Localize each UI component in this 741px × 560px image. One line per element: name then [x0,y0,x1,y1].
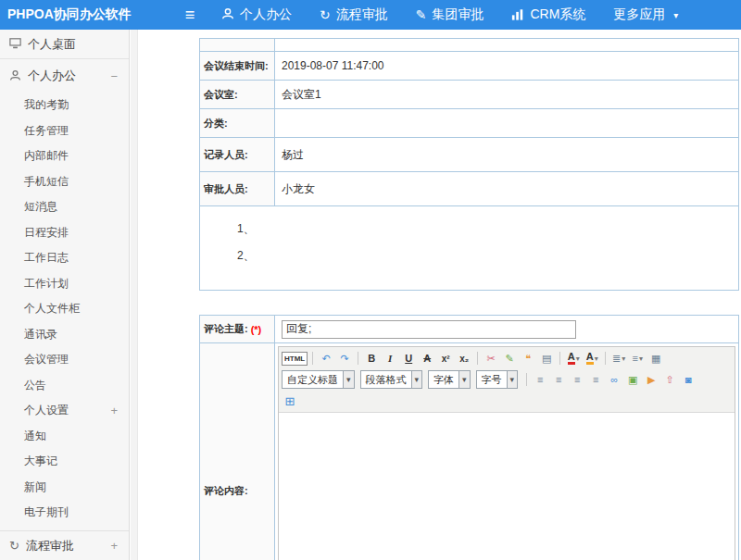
desktop-icon [9,38,21,51]
undo-icon[interactable]: ↶ [318,350,334,367]
italic-icon[interactable]: I [382,350,398,367]
content-area: 会议结束时间: 2019-08-07 11:47:00 会议室: 会议室1 分类… [138,30,741,560]
paste-plain-icon[interactable]: ▤ [538,350,555,367]
paragraph-format-select[interactable]: 段落格式 ▾ [360,370,423,389]
custom-heading-select[interactable]: 自定义标题 ▾ [282,370,355,389]
highlight-color-icon[interactable]: A▾ [584,350,600,367]
workflow-icon: ↻ [9,540,19,552]
sidebar-item-label: 短消息 [24,200,57,213]
caret-down-icon: ▾ [576,355,580,363]
sidebar-item-personal-desktop[interactable]: 个人桌面 [0,30,129,59]
comment-subject-input[interactable] [282,320,576,339]
sidebar-item-label: 会议管理 [24,353,69,366]
ordered-list-icon[interactable]: ≣▾ [610,350,627,367]
field-label: 分类: [204,117,228,131]
sidebar-item-sms[interactable]: 手机短信 [0,169,129,195]
form-value-cell: 小龙女 [275,172,739,205]
sidebar-item-milestones[interactable]: 大事记 [0,449,129,475]
toolbar-row-1: HTML ↶ ↷ B I U A x² x₂ ✂ [281,348,733,368]
caret-down-icon: ▾ [622,355,625,363]
sidebar-item-label: 我的考勤 [24,98,69,111]
image-icon[interactable]: ▣ [624,371,641,388]
expand-toggle[interactable]: + [110,398,118,424]
sidebar-item-notifications[interactable]: 通知 [0,424,129,450]
editor-content-area[interactable] [279,413,735,560]
sidebar-item-work-plan[interactable]: 工作计划 [0,271,129,297]
blockquote-icon[interactable]: ❝ [520,350,536,367]
html-source-button[interactable]: HTML [282,352,308,366]
nav-workflow-approval[interactable]: ↻ 流程审批 [306,0,402,30]
form-value-cell [275,316,739,342]
sidebar-item-label: 工作计划 [24,277,69,290]
sidebar-section-personal-office[interactable]: 个人办公 − [0,59,129,93]
align-left-icon[interactable]: ≡ [532,371,548,388]
sidebar-scrollbar-track[interactable] [131,30,138,560]
bold-icon[interactable]: B [363,350,380,367]
unordered-list-icon[interactable]: ≡▾ [629,350,646,367]
sidebar-item-tasks[interactable]: 任务管理 [0,118,129,144]
sidebar-section-workflow-approval[interactable]: ↻ 流程审批 + [0,530,129,560]
toolbar-separator [526,373,527,386]
sidebar-item-schedule[interactable]: 日程安排 [0,220,129,246]
nav-crm-system[interactable]: CRM系统 [497,0,599,30]
sidebar-section-label: 个人办公 [28,68,76,84]
save-icon[interactable]: ◙ [680,371,697,388]
subscript-icon[interactable]: x₂ [456,350,472,367]
form-label-cell: 评论内容: [200,343,275,560]
sidebar-item-news[interactable]: 新闻 [0,475,129,501]
font-color-glyph: A [568,352,575,365]
required-mark: (*) [251,324,262,335]
select-label: 字号 [477,373,507,387]
grid-icon[interactable]: ▦ [647,350,664,367]
superscript-icon[interactable]: x² [437,350,454,367]
caret-down-icon: ▾ [458,371,470,388]
hamburger-menu-icon[interactable]: ≡ [172,6,207,25]
link-icon[interactable]: ∞ [606,371,622,388]
align-right-icon[interactable]: ≡ [569,371,585,388]
nav-more-apps[interactable]: 更多应用 ▾ [599,0,692,30]
align-justify-icon[interactable]: ≡ [587,371,604,388]
table-icon[interactable]: ⊞ [282,392,298,409]
format-brush-icon[interactable]: ✎ [501,350,518,367]
select-label: 段落格式 [361,373,411,387]
sidebar-item-attendance[interactable]: 我的考勤 [0,93,129,118]
font-family-select[interactable]: 字体 ▾ [428,370,471,389]
sidebar-item-personal-settings[interactable]: 个人设置 + [0,398,129,424]
sidebar-item-announcements[interactable]: 公告 [0,373,129,399]
align-center-icon[interactable]: ≡ [550,371,567,388]
nav-group-approval[interactable]: ✎ 集团审批 [402,0,498,30]
sidebar-item-ejournal[interactable]: 电子期刊 [0,500,129,526]
font-color-icon[interactable]: A▾ [565,350,582,367]
expand-toggle[interactable]: + [110,531,118,560]
sidebar-item-label: 工作日志 [24,251,69,264]
form-row-category: 分类: [200,109,739,138]
media-icon[interactable]: ▶ [643,371,659,388]
strikethrough-icon[interactable]: A [419,350,435,367]
sidebar-item-label: 新闻 [24,480,46,493]
sidebar-item-work-log[interactable]: 工作日志 [0,245,129,271]
form-value-cell [275,109,739,137]
underline-icon[interactable]: U [400,350,417,367]
sidebar-item-label: 个人桌面 [28,36,76,53]
partial-row [200,39,739,52]
sidebar-item-internal-mail[interactable]: 内部邮件 [0,143,129,169]
nav-personal-office[interactable]: 个人办公 [207,0,306,30]
caret-down-icon: ▾ [673,10,678,20]
redo-icon[interactable]: ↷ [336,350,353,367]
ordered-list-glyph: ≣ [612,353,621,365]
form-label-cell: 记录人员: [200,138,275,171]
sidebar-item-file-cabinet[interactable]: 个人文件柜 [0,296,129,322]
font-size-select[interactable]: 字号 ▾ [476,370,519,389]
sidebar-item-contacts[interactable]: 通讯录 [0,322,129,348]
caret-down-icon: ▾ [595,355,598,363]
select-label: 字体 [429,373,458,387]
sidebar-item-meetings[interactable]: 会议管理 [0,347,129,373]
remove-format-icon[interactable]: ✂ [483,350,499,367]
upload-icon[interactable]: ⇧ [661,371,678,388]
form-value-cell: 2019-08-07 11:47:00 [275,52,739,80]
sidebar-item-short-message[interactable]: 短消息 [0,194,129,220]
sidebar-item-label: 个人设置 [24,404,69,417]
collapse-toggle[interactable]: − [110,59,118,93]
bar-chart-icon [511,8,524,22]
sidebar-item-label: 手机短信 [24,175,69,188]
